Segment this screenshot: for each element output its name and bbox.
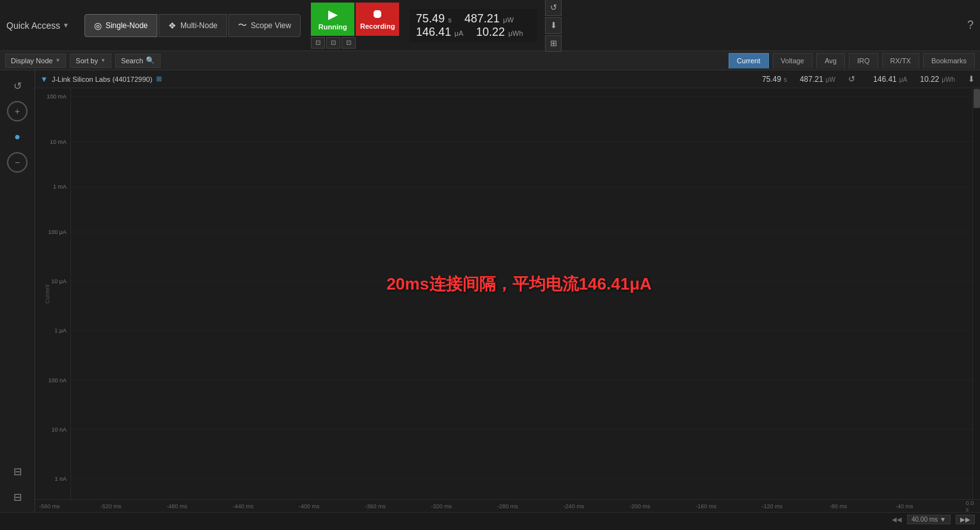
time-window-button[interactable]: 40.00 ms ▼: [907, 515, 951, 524]
export-icon[interactable]: ⊟: [7, 487, 28, 507]
multi-node-label: Multi-Node: [180, 21, 217, 30]
y-label-100na: 100 nA: [48, 377, 67, 384]
device-arrow-icon: ▼: [40, 75, 48, 84]
recording-label: Recording: [360, 22, 395, 30]
y-label-100ua: 100 μA: [48, 229, 67, 235]
play-icon: ▶: [328, 8, 337, 22]
chart-config-icon[interactable]: ⊞: [156, 75, 162, 83]
chart-header: ▼ J-Link Silicon Labs (440172990) ⊞ 75.4…: [35, 70, 980, 88]
time-label-360: -360 ms: [365, 503, 386, 510]
current-unit: μA: [455, 29, 464, 37]
y-label-10ma: 10 mA: [50, 139, 67, 145]
tab-irq-label: IRQ: [857, 57, 870, 65]
device-name-label: J-Link Silicon Labs (440172990): [52, 75, 152, 83]
quick-access-button[interactable]: Quick Access ▼: [6, 20, 69, 31]
time-label-480: -480 ms: [166, 503, 187, 510]
chart-current-unit: μA: [899, 76, 907, 83]
sub-btn-2[interactable]: ⊡: [326, 37, 340, 49]
tab-rxtx-label: RX/TX: [890, 57, 911, 65]
view-mode-group: ◎ Single-Node ❖ Multi-Node 〜 Scope View: [84, 14, 301, 37]
tab-current[interactable]: Current: [729, 53, 769, 68]
zoom-out-icon[interactable]: −: [7, 152, 28, 173]
right-scrollbar[interactable]: [972, 88, 980, 499]
time-label-520: -520 ms: [100, 503, 122, 510]
running-label: Running: [319, 23, 347, 31]
scope-view-button[interactable]: 〜 Scope View: [228, 14, 301, 37]
tab-irq[interactable]: IRQ: [849, 53, 878, 68]
single-node-button[interactable]: ◎ Single-Node: [84, 14, 157, 37]
chart-time-value: 75.49: [762, 75, 781, 84]
y-label-100ma: 100 mA: [47, 93, 67, 100]
run-record-group: ▶ Running ⏺ Recording ⊡ ⊡ ⊡: [311, 3, 399, 49]
quick-access-label: Quick Access: [6, 20, 60, 31]
left-sidebar: ↺ + ● − ⊟ ⊟: [0, 70, 35, 512]
download-icon[interactable]: ⬇: [545, 17, 562, 34]
tab-voltage-label: Voltage: [781, 57, 805, 65]
fullscreen-icon[interactable]: ⊞: [545, 35, 562, 52]
chart-power-unit: μW: [826, 76, 835, 83]
time-label-280: -280 ms: [497, 503, 518, 510]
display-node-label: Display Node: [11, 57, 52, 65]
y-axis: 100 mA 10 mA 1 mA 100 μA 10 μA 1 μA 100 …: [35, 88, 71, 499]
chart-time-unit: s: [784, 76, 787, 83]
chart-svg-wrapper[interactable]: 20ms连接间隔，平均电流146.41μA: [71, 88, 972, 499]
time-label-0: 0.0 s: [966, 500, 976, 513]
sub-btn-1[interactable]: ⊡: [311, 37, 325, 49]
search-icon: 🔍: [146, 56, 155, 65]
chart-reset-icon[interactable]: ↺: [848, 74, 855, 84]
tab-voltage[interactable]: Voltage: [773, 53, 813, 68]
single-node-icon: ◎: [94, 20, 102, 31]
bottom-bar: ◀◀ 40.00 ms ▼ ▶▶: [0, 512, 980, 526]
sort-by-arrow: ▼: [100, 58, 106, 63]
time-label-320: -320 ms: [431, 503, 452, 510]
chart-body: 100 mA 10 mA 1 mA 100 μA 10 μA 1 μA 100 …: [35, 88, 980, 499]
tab-rxtx[interactable]: RX/TX: [882, 53, 919, 68]
sub-btn-3[interactable]: ⊡: [342, 37, 356, 49]
tab-bookmarks[interactable]: Bookmarks: [923, 53, 975, 68]
quick-access-arrow-icon: ▼: [63, 22, 69, 29]
energy-value: 10.22: [476, 26, 505, 38]
scroll-thumb[interactable]: [974, 89, 980, 108]
time-window-label: ◀◀: [892, 516, 902, 523]
y-label-1ma: 1 mA: [53, 183, 67, 190]
screenshot-icon[interactable]: ⊟: [7, 461, 28, 481]
current-value: 146.41: [416, 26, 451, 38]
time-label-80: -80 ms: [830, 503, 848, 510]
running-button[interactable]: ▶ Running: [311, 3, 354, 36]
tab-avg[interactable]: Avg: [816, 53, 845, 68]
time-label-440: -440 ms: [233, 503, 254, 510]
reset-icon[interactable]: ↺: [545, 0, 562, 16]
sort-by-button[interactable]: Sort by ▼: [70, 54, 111, 68]
power-value: 487.21: [464, 12, 500, 25]
y-label-10na: 10 nA: [51, 426, 67, 433]
stats-panel: 75.49 s 487.21 μW 146.41 μA 10.22 μWh: [409, 9, 537, 42]
sub-controls: ⊡ ⊡ ⊡: [311, 37, 399, 49]
multi-node-button[interactable]: ❖ Multi-Node: [159, 14, 227, 37]
nav-right-button[interactable]: ▶▶: [956, 515, 975, 524]
current-axis-label: Current: [44, 284, 51, 303]
sort-by-label: Sort by: [75, 57, 98, 65]
time-label-400: -400 ms: [299, 503, 320, 510]
time-unit: s: [448, 16, 452, 24]
top-toolbar: Quick Access ▼ ◎ Single-Node ❖ Multi-Nod…: [0, 0, 980, 51]
time-window-value: 40.00 ms: [912, 516, 938, 523]
zoom-in-icon[interactable]: +: [7, 101, 28, 121]
time-label-560: -560 ms: [39, 503, 60, 510]
chart-energy-unit: μWh: [942, 76, 955, 83]
chart-energy-value: 10.22: [920, 75, 939, 84]
pan-icon[interactable]: ●: [7, 127, 28, 147]
tab-bookmarks-label: Bookmarks: [931, 57, 967, 65]
side-controls: ↺ ⬇ ⊞: [545, 0, 562, 52]
tab-avg-label: Avg: [825, 57, 837, 65]
time-label-200: -200 ms: [629, 503, 651, 510]
help-button[interactable]: ?: [967, 19, 974, 32]
display-node-button[interactable]: Display Node ▼: [5, 54, 66, 68]
y-label-1na: 1 nA: [54, 476, 67, 482]
search-button[interactable]: Search 🔍: [115, 54, 161, 68]
time-window-arrow: ▼: [940, 516, 946, 523]
recording-button[interactable]: ⏺ Recording: [356, 3, 399, 36]
undo-icon[interactable]: ↺: [7, 75, 28, 96]
chart-download-icon[interactable]: ⬇: [968, 74, 975, 84]
time-value: 75.49: [416, 12, 445, 25]
power-unit: μW: [503, 16, 514, 24]
